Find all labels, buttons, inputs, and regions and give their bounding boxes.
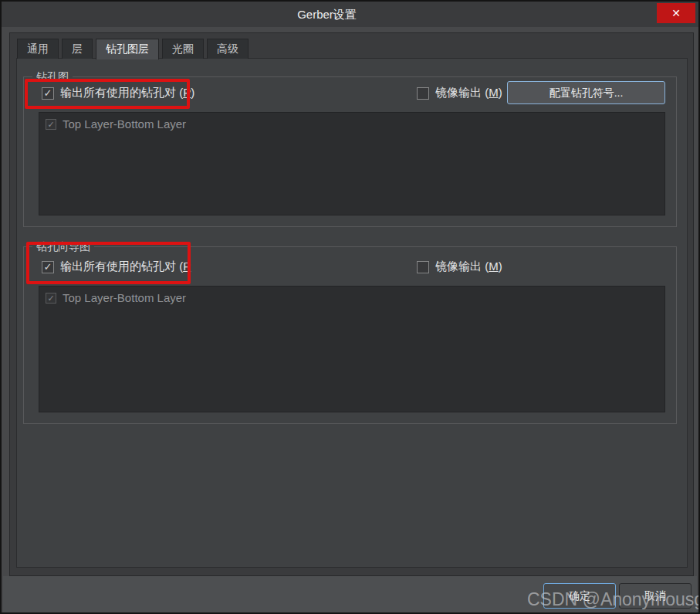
mirror-plots-checkbox-1[interactable]: 镜像输出 (M) — [417, 86, 502, 100]
layer-pair-label: Top Layer-Bottom Layer — [63, 117, 186, 131]
tab-layers[interactable]: 层 — [62, 39, 93, 59]
plot-used-drill-pairs-checkbox-2[interactable]: ✓ 输出所有使用的钻孔对 (P — [42, 260, 191, 274]
tab-drill-drawing[interactable]: 钻孔图层 — [96, 39, 159, 59]
cancel-button[interactable]: 取消 — [619, 583, 692, 609]
title-bar: Gerber设置 ✕ — [2, 2, 698, 27]
checkbox-unchecked-icon — [417, 261, 429, 273]
mirror-plots-label-2: 镜像输出 (M) — [435, 260, 502, 274]
checkbox-checked-icon: ✓ — [46, 293, 56, 304]
tab-advanced[interactable]: 高级 — [207, 39, 249, 59]
drill-guide-layer-pairs-list: ✓ Top Layer-Bottom Layer — [39, 286, 665, 412]
drill-drawing-group-title: 钻孔图 — [32, 70, 73, 84]
gerber-setup-dialog: Gerber设置 ✕ 通用 层 钻孔图层 光圈 高级 钻孔图 ✓ 输出所有使用的… — [0, 0, 700, 614]
checkbox-checked-icon: ✓ — [42, 87, 54, 100]
layer-pair-label: Top Layer-Bottom Layer — [63, 291, 186, 304]
layer-pair-row[interactable]: ✓ Top Layer-Bottom Layer — [39, 287, 664, 304]
tab-apertures[interactable]: 光圈 — [162, 39, 204, 59]
plot-used-drill-pairs-label-2: 输出所有使用的钻孔对 (P — [60, 260, 191, 274]
checkbox-unchecked-icon — [417, 87, 429, 100]
tab-strip: 通用 层 钻孔图层 光圈 高级 — [17, 39, 249, 59]
layer-pair-row[interactable]: ✓ Top Layer-Bottom Layer — [39, 113, 664, 131]
drill-guide-group-title: 钻孔向导图 — [32, 240, 94, 254]
drill-drawing-layer-pairs-list: ✓ Top Layer-Bottom Layer — [39, 112, 665, 215]
mirror-plots-checkbox-2[interactable]: 镜像输出 (M) — [417, 260, 502, 274]
checkbox-checked-icon: ✓ — [46, 119, 56, 130]
close-button[interactable]: ✕ — [657, 3, 695, 23]
plot-used-drill-pairs-checkbox-1[interactable]: ✓ 输出所有使用的钻孔对 (P) — [42, 86, 194, 100]
plot-used-drill-pairs-label-1: 输出所有使用的钻孔对 (P) — [60, 86, 194, 100]
mirror-plots-label-1: 镜像输出 (M) — [435, 86, 502, 100]
close-icon: ✕ — [671, 7, 681, 19]
configure-drill-symbols-button[interactable]: 配置钻孔符号... — [507, 81, 665, 104]
checkbox-checked-icon: ✓ — [42, 261, 54, 273]
tab-general[interactable]: 通用 — [17, 39, 59, 59]
dialog-title: Gerber设置 — [2, 8, 652, 22]
ok-button[interactable]: 确定 — [543, 583, 616, 609]
